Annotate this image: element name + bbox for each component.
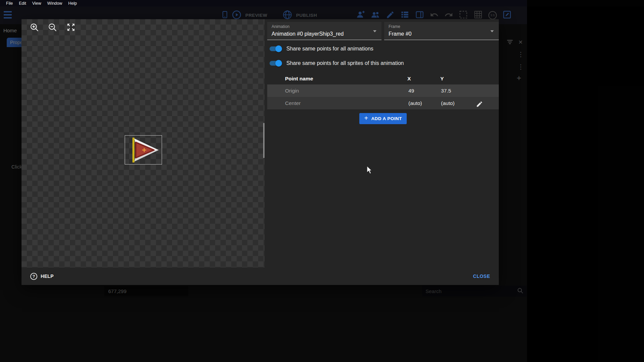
point-y-value[interactable]: (auto) [441,97,455,109]
share-all-animations-toggle[interactable] [270,46,281,51]
chevron-down-icon [490,30,494,32]
share-all-sprites-row: Share same points for all sprites of thi… [267,59,404,68]
dialog-footer: ? HELP CLOSE [22,267,499,285]
points-panel: Animation Animation #0 playerShip3_red F… [267,19,499,267]
point-name: Center [285,97,301,109]
menu-file[interactable]: File [3,1,16,6]
help-icon: ? [30,273,37,280]
points-editor-dialog: Animation Animation #0 playerShip3_red F… [22,19,499,285]
help-button[interactable]: ? HELP [30,273,54,280]
sprite-preview-canvas[interactable] [22,19,265,267]
frame-dropdown-label: Frame [389,24,400,29]
add-a-point-label: ADD A POINT [371,116,402,121]
point-name: Origin [285,84,299,97]
share-all-animations-row: Share same points for all animations [267,44,373,53]
zoom-out-icon[interactable] [47,22,58,33]
chevron-down-icon [373,30,376,32]
zoom-in-icon[interactable] [29,22,40,33]
add-a-point-button[interactable]: + ADD A POINT [359,113,407,124]
animation-dropdown-value: Animation #0 playerShip3_red [272,31,344,37]
sprite-frame[interactable] [125,135,162,165]
mouse-cursor [366,166,372,174]
help-label: HELP [41,274,54,279]
x-header: X [407,76,411,82]
menu-help[interactable]: Help [65,1,80,6]
animation-dropdown-label: Animation [272,24,289,29]
close-button[interactable]: CLOSE [473,274,490,279]
player-ship-sprite [128,138,159,162]
menu-window[interactable]: Window [44,1,65,6]
animation-dropdown[interactable]: Animation Animation #0 playerShip3_red [267,22,381,40]
share-all-sprites-toggle[interactable] [270,61,281,66]
menu-bar: File Edit View Window Help [0,0,527,6]
point-y-value[interactable]: 37.5 [441,84,451,97]
menu-edit[interactable]: Edit [16,1,29,6]
point-name-header: Point name [285,76,313,82]
share-all-animations-label: Share same points for all animations [286,46,373,52]
share-all-sprites-label: Share same points for all sprites of thi… [286,60,404,66]
screen: File Edit View Window Help PREVIEW [0,0,644,362]
y-header: Y [440,76,444,82]
frame-dropdown-value: Frame #0 [389,31,411,37]
edit-point-icon[interactable] [476,100,483,112]
table-row-center[interactable]: Center (auto) (auto) [267,97,499,109]
canvas-scrollbar[interactable] [263,123,265,158]
menu-view[interactable]: View [29,1,44,6]
plus-icon: + [364,114,368,122]
point-x-value[interactable]: 49 [408,84,414,97]
table-row-origin[interactable]: Origin 49 37.5 [267,84,499,97]
point-x-value[interactable]: (auto) [408,97,422,109]
frame-dropdown[interactable]: Frame Frame #0 [384,22,499,40]
fit-to-screen-icon[interactable] [66,22,76,33]
